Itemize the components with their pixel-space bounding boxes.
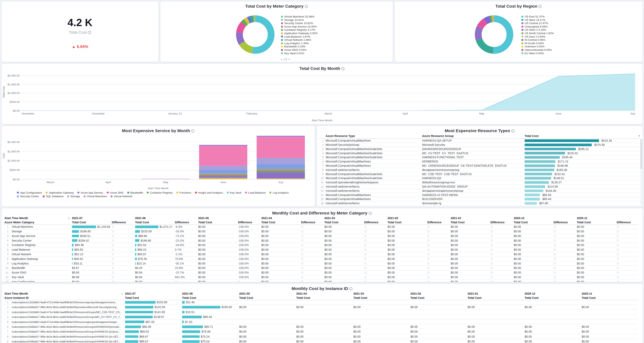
legend-item[interactable]: IN Central 0.06% <box>522 38 554 41</box>
month-header[interactable]: 2021-06 <box>134 216 197 220</box>
legend-item[interactable]: Bandwidth 0.19% <box>281 45 318 48</box>
month-header[interactable]: 2020-11 <box>580 291 638 296</box>
bar-segment[interactable] <box>199 176 247 178</box>
table-row[interactable]: 5Microsoft.Compute/virtualMachineScaleSe… <box>318 155 641 160</box>
month-header[interactable]: 2021-04 <box>295 291 352 296</box>
legend-item[interactable]: US East 51.37% <box>522 15 554 18</box>
scrollbar-thumb[interactable] <box>640 139 642 169</box>
info-icon[interactable]: i <box>369 212 372 215</box>
subheader-total-cost[interactable]: Total Cost <box>466 296 524 300</box>
subheader-total-cost[interactable]: Total Cost <box>409 296 466 300</box>
info-icon[interactable]: i <box>511 129 514 133</box>
month-header[interactable]: 2020-12 <box>524 291 580 296</box>
page-down-icon[interactable]: ▾ <box>289 58 290 60</box>
table-row[interactable]: 14Microsoft.Compute/virtualMachinesHARNE… <box>318 193 641 197</box>
subheader-total-cost[interactable]: Total Cost <box>238 296 295 300</box>
legend-item[interactable]: Virtual Machines 52.88% <box>281 15 318 18</box>
subheader-total-cost[interactable]: Total Cost <box>512 220 552 225</box>
subheader-total-cost[interactable]: Total Cost <box>260 220 300 225</box>
bar-segment[interactable] <box>257 137 305 158</box>
legend-item[interactable]: US West 2 5.18% <box>522 28 554 31</box>
bar-segment[interactable] <box>142 179 190 179</box>
month-header[interactable]: 2020-11 <box>576 216 639 220</box>
subheader-total-cost[interactable]: Total Cost <box>450 220 489 225</box>
table-row[interactable]: 11microsoft.operationalinsights/workspac… <box>318 181 641 185</box>
vertical-scrollbar[interactable] <box>640 139 642 205</box>
bar-segment[interactable] <box>199 170 247 174</box>
total-cost-by-month-area-chart[interactable]: $0.00$500.00$1,000.00$1,500.00$2,000.00N… <box>3 71 641 118</box>
legend-item[interactable]: Insight and Analytics <box>195 191 223 194</box>
info-icon[interactable]: i <box>88 31 91 34</box>
legend-item[interactable]: Virtual Network <box>110 195 132 198</box>
meter-category-donut-chart[interactable] <box>234 14 276 55</box>
month-header[interactable]: 2021-02 <box>386 216 450 220</box>
subheader-total-cost[interactable]: Total Cost <box>580 296 638 300</box>
subheader-difference[interactable]: Difference <box>300 220 323 225</box>
legend-item[interactable]: Virtual Network 2.46% <box>281 38 318 41</box>
table-row[interactable]: 8microsoft.web/serverfarmsdevappservicer… <box>318 168 641 172</box>
subheader-total-cost[interactable]: Total Cost <box>124 296 181 300</box>
legend-item[interactable]: US North Central 1.82% <box>522 32 554 35</box>
subheader-total-cost[interactable]: Total Cost <box>295 296 352 300</box>
legend-item[interactable]: Log Analytics <box>269 191 289 194</box>
legend-item[interactable]: Storage <box>67 195 80 198</box>
legend-item[interactable]: Azure App Service 10.00% <box>281 25 318 28</box>
subheader-total-cost[interactable]: Total Cost <box>197 220 237 225</box>
table-row[interactable]: 7Microsoft.Compute/virtualMachinesMC_CER… <box>318 164 641 168</box>
bar-segment[interactable] <box>199 174 247 174</box>
legend-item[interactable]: Container Registry 3.17% <box>281 28 318 31</box>
legend-item[interactable]: Key Vault 0.02% <box>281 52 318 55</box>
legend-item[interactable]: Azure DNS 0.03% <box>281 49 318 51</box>
info-icon[interactable]: i <box>349 287 352 290</box>
column-header-resource-group[interactable]: Azure Resource Group <box>422 134 524 138</box>
month-header[interactable]: 2021-01 <box>450 216 512 220</box>
bar-segment[interactable] <box>257 136 305 137</box>
sort-down-icon[interactable]: ▾ <box>638 134 640 137</box>
subheader-total-cost[interactable]: Total Cost <box>71 220 110 225</box>
bar-segment[interactable] <box>199 146 247 166</box>
bar-segment[interactable] <box>199 145 247 146</box>
legend-item[interactable]: Log Analytics 1.34% <box>281 42 318 45</box>
legend-item[interactable]: US East 2 0.94% <box>522 35 554 38</box>
column-header-total-cost[interactable]: Total Cost <box>524 134 641 138</box>
table-row[interactable]: 10Microsoft.Compute/virtualMachineScaleS… <box>318 176 641 181</box>
info-icon[interactable]: i <box>305 5 308 8</box>
subheader-total-cost[interactable]: Total Cost <box>352 296 409 300</box>
subheader-difference[interactable]: Difference <box>110 220 134 225</box>
table-row[interactable]: 9Microsoft.Compute/virtualMachineScaleSe… <box>318 172 641 176</box>
subheader-difference[interactable]: Difference <box>489 220 512 225</box>
subheader-total-cost[interactable]: Total Cost <box>386 220 426 225</box>
bar-segment[interactable] <box>199 174 247 175</box>
legend-item[interactable]: US West 19.17% <box>522 19 554 21</box>
legend-item[interactable]: Storage 13.42% <box>281 19 318 21</box>
month-header[interactable]: 2021-01 <box>466 291 524 296</box>
table-row[interactable]: 15Microsoft.Compute/virtualMachinesBUILD… <box>318 197 641 201</box>
table-row[interactable]: 3Microsoft.Compute/virtualMachineScaleSe… <box>318 147 641 151</box>
month-header[interactable]: 2021-07 <box>124 291 181 296</box>
region-donut-chart[interactable] <box>473 14 515 55</box>
subheader-total-cost[interactable]: Total Cost <box>134 220 174 225</box>
month-header[interactable]: 2021-06 <box>181 291 238 296</box>
page-up-icon[interactable]: ▴ <box>281 58 282 60</box>
legend-item[interactable]: SQL Database <box>42 195 64 198</box>
info-icon[interactable]: i <box>538 5 542 8</box>
subheader-difference[interactable]: Difference <box>363 220 386 225</box>
info-icon[interactable]: i <box>191 129 194 133</box>
legend-item[interactable]: App Configuration <box>17 191 42 194</box>
bar-segment[interactable] <box>257 171 305 172</box>
legend-item[interactable]: Container Registry <box>147 191 173 194</box>
subheader-difference[interactable]: Difference <box>552 220 576 225</box>
legend-item[interactable]: EU West 0.00% <box>522 52 554 55</box>
columns-page-left-icon[interactable]: ‹ <box>68 216 70 220</box>
bar-segment[interactable] <box>257 170 305 171</box>
month-header[interactable]: 2021-07 <box>71 216 134 220</box>
legend-item[interactable]: Security Center 10.82% <box>281 22 318 25</box>
legend-item[interactable]: Load Balancer 2.67% <box>281 35 318 38</box>
month-header[interactable]: 2021-04 <box>260 216 323 220</box>
legend-item[interactable]: Azure App Service <box>78 191 103 194</box>
subheader-difference[interactable]: Difference <box>237 220 260 225</box>
month-header[interactable]: 2021-03 <box>323 216 386 220</box>
subheader-difference[interactable]: Difference <box>616 220 639 225</box>
bar-segment[interactable] <box>257 169 305 170</box>
legend-item[interactable]: Application Gateway <box>46 191 74 194</box>
